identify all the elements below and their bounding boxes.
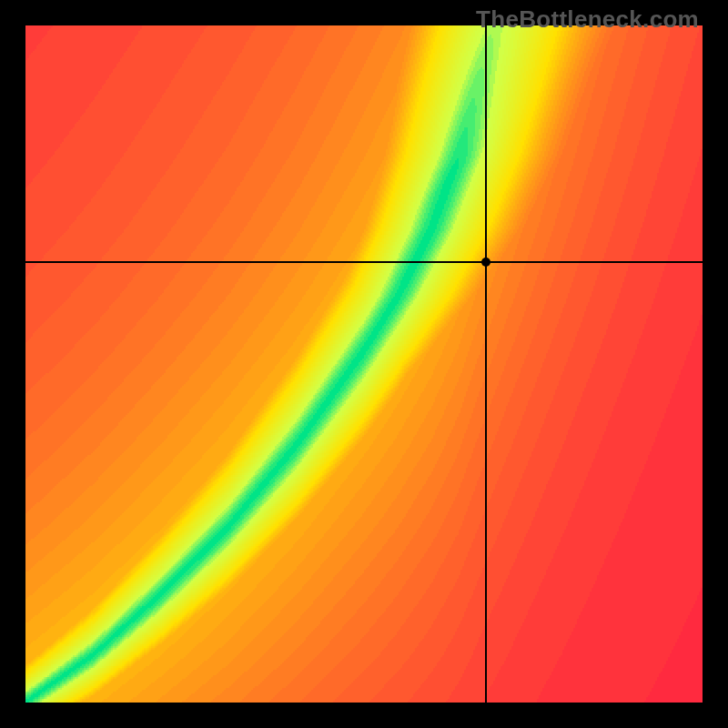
watermark-text: TheBottleneck.com	[476, 5, 699, 34]
heatmap-canvas	[25, 25, 703, 703]
chart-container: TheBottleneck.com	[0, 0, 728, 728]
crosshair-horizontal	[25, 261, 703, 263]
crosshair-vertical	[485, 25, 487, 703]
plot-area	[25, 25, 703, 703]
data-point-marker	[481, 258, 490, 267]
